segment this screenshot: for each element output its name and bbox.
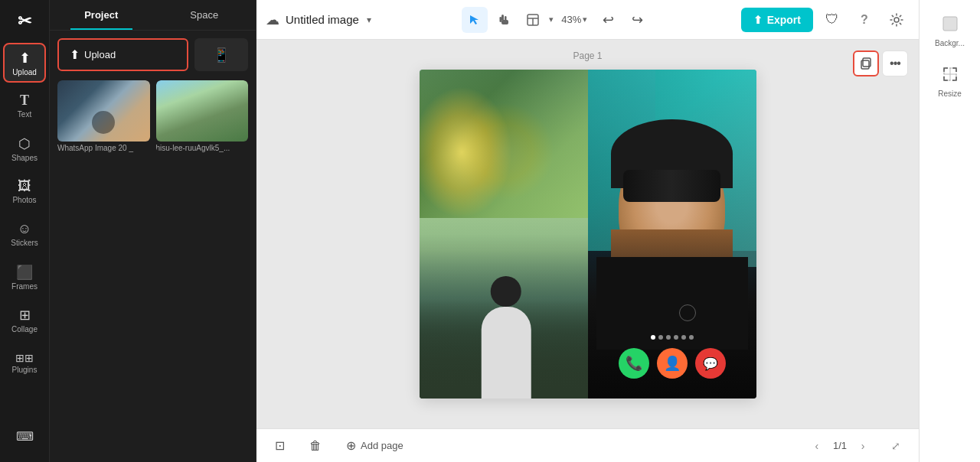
- zoom-dropdown[interactable]: ▾: [583, 15, 587, 24]
- image-thumb-whatsapp[interactable]: WhatsApp Image 20 _: [57, 80, 150, 152]
- background-icon: [942, 15, 959, 36]
- layout-dropdown[interactable]: ▾: [549, 15, 554, 24]
- lock-icon: ⊡: [275, 438, 285, 453]
- settings-button[interactable]: [884, 7, 910, 33]
- cursor-icon: [469, 14, 481, 26]
- stickers-icon: ☺: [18, 221, 31, 237]
- zoom-level: 43%: [561, 14, 581, 25]
- sidebar-item-text[interactable]: T Text: [3, 86, 46, 125]
- upload-icon: ⬆: [19, 50, 31, 67]
- image-label-whatsapp: WhatsApp Image 20 _: [57, 144, 150, 152]
- sidebar-item-shapes[interactable]: ⬡ Shapes: [3, 129, 46, 168]
- expand-button[interactable]: ⤢: [885, 435, 906, 457]
- pan-icon: [498, 14, 510, 26]
- svg-point-8: [894, 18, 899, 22]
- topbar: ☁ Untitled image ▾: [256, 0, 919, 40]
- zoom-group: 43% ▾: [557, 12, 592, 27]
- redo-icon: ↪: [632, 11, 643, 28]
- canvas-controls: •••: [853, 50, 908, 76]
- collage-icon: ⊞: [19, 307, 31, 324]
- text-icon: T: [20, 93, 29, 109]
- export-button[interactable]: ⬆ Export: [741, 8, 813, 32]
- page-count: 1/1: [833, 440, 847, 451]
- collage: 📞 👤 💬: [420, 70, 756, 399]
- lock-button[interactable]: ⊡: [269, 435, 291, 456]
- next-page-button[interactable]: ›: [853, 436, 873, 456]
- svg-rect-3: [500, 17, 502, 22]
- images-grid: WhatsApp Image 20 _ hisu-lee-ruuAgvlk5_.…: [57, 80, 248, 152]
- device-button[interactable]: 📱: [194, 38, 248, 71]
- dot-1: [651, 335, 655, 340]
- upload-button[interactable]: ⬆ Upload: [57, 38, 188, 71]
- wa-person-icon: 👤: [657, 348, 688, 379]
- image-preview-whatsapp: [57, 80, 150, 142]
- help-button[interactable]: ?: [851, 7, 877, 33]
- sidebar-item-photos[interactable]: 🖼 Photos: [3, 171, 46, 211]
- delete-icon: 🗑: [309, 439, 322, 453]
- more-icon: •••: [890, 57, 900, 70]
- wa-message-icon: 💬: [695, 348, 726, 379]
- topbar-right: ⬆ Export 🛡 ?: [741, 7, 910, 33]
- sidebar-item-keyboard[interactable]: ⌨: [3, 416, 46, 456]
- layout-tool-button[interactable]: [520, 7, 546, 33]
- dot-3: [666, 335, 671, 340]
- bottom-bar: ⊡ 🗑 ⊕ Add page ‹ 1/1 › ⤢: [256, 428, 919, 462]
- dots-indicator: [651, 335, 694, 340]
- pan-tool-button[interactable]: [491, 7, 517, 33]
- keyboard-icon: ⌨: [16, 429, 34, 444]
- upload-btn-row: ⬆ Upload 📱: [57, 38, 248, 71]
- prev-page-button[interactable]: ‹: [807, 436, 827, 456]
- sidebar-item-frames[interactable]: ⬛ Frames: [3, 257, 46, 297]
- panel-tabs: Project Space: [50, 0, 256, 31]
- sidebar-item-collage[interactable]: ⊞ Collage: [3, 300, 46, 340]
- expand-icon: ⤢: [891, 440, 900, 452]
- layout-icon: [527, 14, 539, 26]
- canvas-card[interactable]: 📞 👤 💬: [420, 70, 756, 399]
- svg-rect-11: [943, 17, 957, 31]
- select-tool-button[interactable]: [462, 7, 488, 33]
- shapes-icon: ⬡: [18, 135, 31, 152]
- upload-btn-icon: ⬆: [70, 47, 80, 62]
- right-image: 📞 👤 💬: [588, 70, 756, 399]
- svg-marker-0: [470, 15, 479, 24]
- copy-icon: [860, 57, 872, 70]
- dot-6: [689, 335, 694, 340]
- topbar-tools: ▾ 43% ▾ ↩ ↪: [462, 7, 650, 33]
- tab-space[interactable]: Space: [153, 0, 256, 30]
- frames-icon: ⬛: [16, 264, 33, 281]
- whatsapp-icons: 📞 👤 💬: [619, 348, 726, 379]
- sidebar-item-upload[interactable]: ⬆ Upload: [3, 43, 46, 83]
- panel-content: ⬆ Upload 📱 WhatsApp Image 20 _ hisu-lee-…: [50, 31, 256, 462]
- resize-icon: [942, 66, 959, 86]
- sidebar-item-stickers[interactable]: ☺ Stickers: [3, 214, 46, 254]
- undo-button[interactable]: ↩: [595, 7, 621, 33]
- image-preview-hisu: [156, 80, 249, 142]
- resize-panel-item[interactable]: Resize: [924, 60, 976, 104]
- export-icon: ⬆: [753, 14, 763, 26]
- topbar-left: ☁ Untitled image ▾: [266, 11, 371, 28]
- app-logo: ✂: [9, 6, 40, 37]
- background-panel-item[interactable]: Backgr...: [924, 9, 976, 54]
- image-label-hisu: hisu-lee-ruuAgvlk5_...: [156, 144, 249, 152]
- title-dropdown[interactable]: ▾: [367, 15, 371, 25]
- shield-button[interactable]: 🛡: [819, 7, 845, 33]
- delete-button[interactable]: 🗑: [303, 436, 328, 456]
- tab-project[interactable]: Project: [50, 0, 153, 30]
- undo-icon: ↩: [603, 11, 614, 28]
- wa-call-icon: 📞: [619, 348, 649, 379]
- image-thumb-hisu[interactable]: hisu-lee-ruuAgvlk5_...: [156, 80, 249, 152]
- sidebar-item-plugins[interactable]: ⊞⊞ Plugins: [3, 343, 46, 382]
- dot-2: [658, 335, 663, 340]
- panel: Project Space ⬆ Upload 📱 WhatsApp Image …: [50, 0, 256, 462]
- canvas-wrapper: Page 1 •••: [256, 40, 919, 428]
- document-title: Untitled image: [286, 13, 359, 26]
- add-page-button[interactable]: ⊕ Add page: [340, 435, 410, 456]
- canvas-more-button[interactable]: •••: [882, 50, 908, 76]
- canvas-copy-button[interactable]: [853, 50, 879, 76]
- svg-rect-4: [501, 20, 508, 24]
- add-page-icon: ⊕: [346, 438, 356, 453]
- page-label: Page 1: [573, 50, 602, 61]
- redo-button[interactable]: ↪: [624, 7, 650, 33]
- dot-4: [674, 335, 678, 340]
- sidebar: ✂ ⬆ Upload T Text ⬡ Shapes 🖼 Photos ☺ St…: [0, 0, 50, 462]
